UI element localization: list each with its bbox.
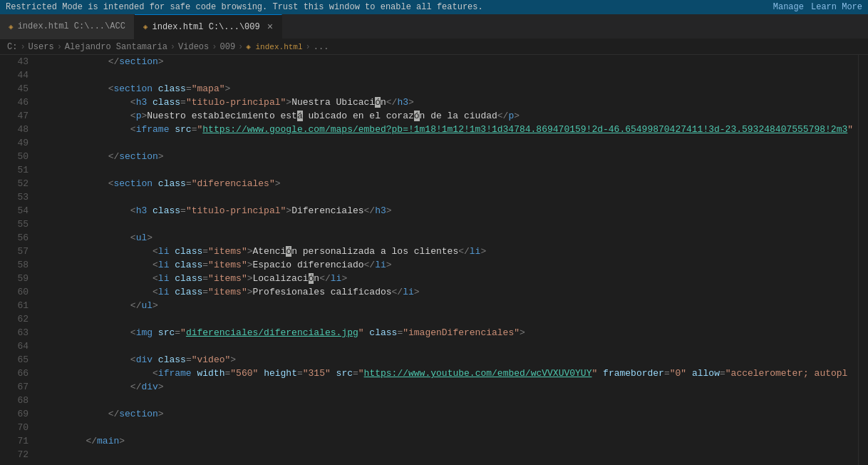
editor-area: 43 44 45 46 47 48 49 50 51 52 53 54 55 5… (0, 55, 868, 465)
breadcrumb-ellipsis: ... (314, 42, 329, 52)
code-line-67: </div> (41, 380, 858, 394)
tab-bar: ◈ index.html C:\...\ACC ◈ index.html C:\… (0, 14, 868, 39)
code-line-46: <h3 class="titulo-principal">Nuestra Ubi… (41, 96, 858, 109)
code-line-51 (41, 163, 858, 177)
code-line-64 (41, 339, 858, 353)
code-line-66: <iframe width="560" height="315" src="ht… (41, 367, 858, 380)
code-line-55 (41, 218, 858, 231)
tab-2[interactable]: ◈ index.html C:\...\009 × (135, 14, 282, 39)
code-line-57: <li class="items">Atención personalizada… (41, 245, 858, 258)
code-line-47: <p>Nuestro establecimiento está ubicado … (41, 109, 858, 123)
tab-1[interactable]: ◈ index.html C:\...\ACC (0, 14, 135, 39)
breadcrumb-009: 009 (219, 42, 235, 52)
notification-text: Restricted Mode is intended for safe cod… (6, 2, 483, 12)
code-line-48: <iframe src="https://www.google.com/maps… (41, 123, 858, 136)
code-line-56: <ul> (41, 231, 858, 245)
code-line-65: <div class="video"> (41, 353, 858, 367)
tab-1-label: index.html C:\...\ACC (18, 21, 125, 31)
tab-1-icon: ◈ (9, 22, 14, 31)
code-line-53 (41, 190, 858, 204)
code-line-63: <img src="diferenciales/diferenciales.jp… (41, 326, 858, 339)
manage-link[interactable]: Manage (773, 2, 804, 12)
code-line-45: <section class="mapa"> (41, 82, 858, 96)
code-line-60: <li class="items">Profesionales califica… (41, 285, 858, 299)
tab-2-icon: ◈ (143, 22, 148, 31)
code-line-43: </section> (41, 55, 858, 68)
tab-2-label: index.html C:\...\009 (152, 22, 259, 32)
code-line-61: </ul> (41, 299, 858, 312)
line-numbers: 43 44 45 46 47 48 49 50 51 52 53 54 55 5… (0, 55, 34, 465)
code-line-49 (41, 136, 858, 150)
learn-more-link[interactable]: Learn More (811, 2, 862, 12)
code-line-59: <li class="items">Localización</li> (41, 272, 858, 285)
code-line-70 (41, 421, 858, 434)
notification-bar: Restricted Mode is intended for safe cod… (0, 0, 868, 14)
code-line-68 (41, 394, 858, 407)
code-line-54: <h3 class="titulo-principal">Diferencial… (41, 204, 858, 218)
minimap (858, 55, 868, 465)
code-line-62 (41, 312, 858, 326)
breadcrumb-videos: Videos (178, 42, 209, 52)
code-content[interactable]: </section> <section class="mapa"> <h3 cl… (34, 55, 858, 465)
breadcrumb: C: › Users › Alejandro Santamaria › Vide… (0, 39, 868, 55)
notification-links: Manage Learn More (773, 2, 862, 12)
code-line-71: </main> (41, 434, 858, 448)
code-line-50: </section> (41, 150, 858, 163)
code-line-44 (41, 68, 858, 82)
breadcrumb-file: ◈ index.html (246, 42, 302, 51)
code-line-72 (41, 448, 858, 461)
breadcrumb-alejandro: Alejandro Santamaria (65, 42, 167, 52)
tab-2-close[interactable]: × (267, 22, 273, 32)
breadcrumb-c: C: (7, 42, 17, 52)
code-line-52: <section class="diferenciales"> (41, 177, 858, 190)
breadcrumb-users: Users (29, 42, 54, 52)
code-line-69: </section> (41, 407, 858, 421)
code-line-58: <li class="items">Espacio diferenciado</… (41, 258, 858, 272)
